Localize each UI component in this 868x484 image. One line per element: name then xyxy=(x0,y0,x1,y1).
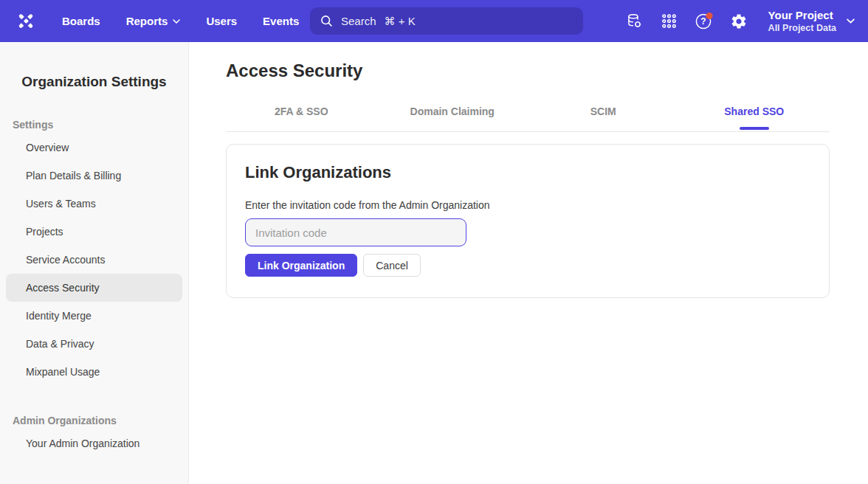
sidebar-title: Organization Settings xyxy=(0,42,188,90)
sidebar-item-users-teams[interactable]: Users & Teams xyxy=(6,190,182,218)
nav-item-reports[interactable]: Reports xyxy=(126,15,181,27)
tab-scim[interactable]: SCIM xyxy=(528,103,679,131)
mixpanel-logo-icon[interactable] xyxy=(15,10,37,32)
sidebar-item-plan-details-billing[interactable]: Plan Details & Billing xyxy=(6,162,182,190)
main-content: Access Security 2FA & SSO Domain Claimin… xyxy=(189,42,868,484)
tab-bar: 2FA & SSO Domain Claiming SCIM Shared SS… xyxy=(226,103,830,132)
link-organization-button[interactable]: Link Organization xyxy=(245,254,357,277)
search-placeholder: Search xyxy=(341,15,376,27)
tab-domain-claiming[interactable]: Domain Claiming xyxy=(377,103,528,131)
tab-2fa-sso[interactable]: 2FA & SSO xyxy=(226,103,377,131)
top-navbar: Boards Reports Users Events Search ⌘ + K xyxy=(0,0,868,42)
search-input[interactable]: Search ⌘ + K xyxy=(310,7,583,35)
nav-item-boards[interactable]: Boards xyxy=(62,15,100,27)
navbar-actions: ? Your Project All Project Data xyxy=(623,9,855,34)
chevron-down-icon xyxy=(847,18,855,24)
chevron-down-icon xyxy=(173,19,180,24)
sidebar-item-data-privacy[interactable]: Data & Privacy xyxy=(6,330,182,358)
sidebar-item-your-admin-organization[interactable]: Your Admin Organization xyxy=(6,429,182,457)
tab-shared-sso[interactable]: Shared SSO xyxy=(679,103,830,131)
help-icon[interactable]: ? xyxy=(692,10,716,33)
link-organizations-card: Link Organizations Enter the invitation … xyxy=(226,144,830,298)
card-title: Link Organizations xyxy=(245,163,810,182)
card-actions: Link Organization Cancel xyxy=(245,254,810,277)
search-icon xyxy=(320,15,333,27)
nav-item-label: Boards xyxy=(62,15,100,27)
settings-gear-icon[interactable] xyxy=(727,10,751,33)
nav-item-events[interactable]: Events xyxy=(263,15,299,27)
invitation-code-input[interactable] xyxy=(245,218,466,246)
nav-item-label: Events xyxy=(263,15,299,27)
card-description: Enter the invitation code from the Admin… xyxy=(245,199,810,211)
sidebar-item-mixpanel-usage[interactable]: Mixpanel Usage xyxy=(6,358,182,386)
apps-grid-icon[interactable] xyxy=(658,10,681,33)
data-management-icon[interactable] xyxy=(623,10,647,33)
sidebar-item-service-accounts[interactable]: Service Accounts xyxy=(6,246,182,274)
sidebar-item-overview[interactable]: Overview xyxy=(6,134,182,162)
project-selector[interactable]: Your Project All Project Data xyxy=(768,9,855,34)
nav-item-label: Users xyxy=(206,15,237,27)
cancel-button[interactable]: Cancel xyxy=(363,254,421,277)
svg-text:?: ? xyxy=(700,16,706,27)
search-shortcut: ⌘ + K xyxy=(385,15,416,28)
nav-item-label: Reports xyxy=(126,15,168,27)
sidebar-section-admin-organizations: Admin Organizations xyxy=(13,412,188,429)
sidebar-item-identity-merge[interactable]: Identity Merge xyxy=(6,302,182,330)
sidebar-section-settings: Settings xyxy=(13,116,188,134)
sidebar-item-projects[interactable]: Projects xyxy=(6,218,182,246)
nav-item-users[interactable]: Users xyxy=(206,15,237,27)
project-name: Your Project xyxy=(768,9,836,22)
sidebar-item-access-security[interactable]: Access Security xyxy=(6,274,182,302)
page-title: Access Security xyxy=(226,60,830,81)
org-settings-sidebar: Organization Settings Settings Overview … xyxy=(0,42,189,484)
project-subtitle: All Project Data xyxy=(768,22,836,34)
